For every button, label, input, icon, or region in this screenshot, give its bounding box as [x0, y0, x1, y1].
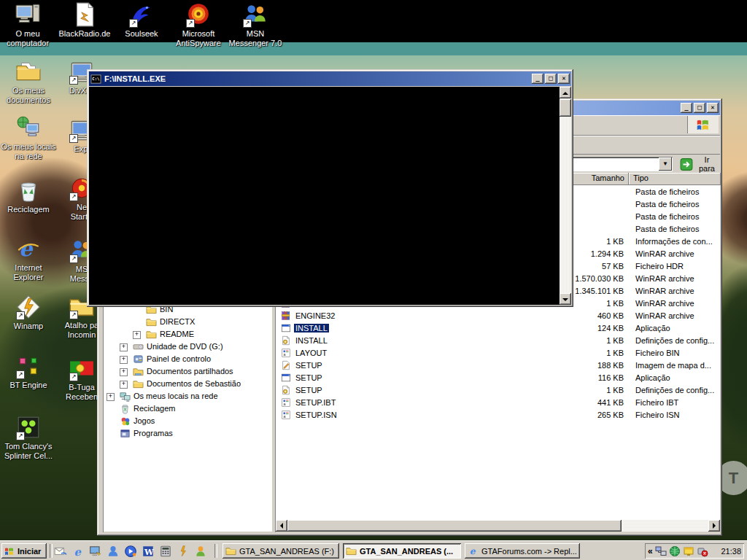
cpanel-icon	[133, 354, 144, 365]
scrollbar-thumb[interactable]	[560, 99, 571, 117]
desktop-icon-os-meus-documentos[interactable]: Os meus documentos	[1, 58, 56, 105]
quick-launch-user-icon[interactable]	[194, 545, 207, 558]
desktop-icon-winamp[interactable]: ↗Winamp	[1, 294, 56, 331]
tree-item-directx[interactable]: DIRECTX	[103, 316, 273, 328]
recycsmall-icon	[120, 403, 131, 414]
desktop-icon-microsoft-antispyware[interactable]: ↗Microsoft AntiSpyware	[171, 1, 226, 48]
tree-item-os-meus-locais-na-rede[interactable]: +Os meus locais na rede	[103, 390, 273, 402]
tray-globe-icon[interactable]	[669, 545, 681, 557]
desktop-icon-blackradio-de[interactable]: BlackRadio.de	[57, 1, 112, 39]
tray-network-icon[interactable]	[655, 545, 667, 557]
horizontal-scrollbar[interactable]	[276, 520, 720, 532]
go-button[interactable]: Ir para	[676, 156, 722, 172]
vertical-scrollbar[interactable]	[560, 87, 571, 305]
tree-item-documentos-de-sebasti-o[interactable]: +Documentos de Sebastião	[103, 378, 273, 390]
file-name[interactable]: SETUP	[294, 373, 324, 382]
desktop-icon-os-meus-locais-na-rede[interactable]: Os meus locais na rede	[1, 114, 56, 161]
tree-item-jogos[interactable]: Jogos	[103, 415, 273, 427]
iesmall-icon: e	[468, 545, 479, 556]
cmd-title: F:\INSTALL.EXE	[101, 74, 530, 83]
quick-launch-outlook-express-icon[interactable]	[54, 545, 67, 558]
desktop-icon-reciclagem[interactable]: Reciclagem	[1, 177, 56, 214]
hide-icons-chevron[interactable]: «	[648, 546, 653, 556]
desktop-icon-label: B-Tuga Receben	[61, 383, 102, 402]
tree-expand-button[interactable]: +	[120, 368, 128, 376]
tree-item-reciclagem[interactable]: Reciclagem	[103, 402, 273, 415]
quick-launch-msn-messenger-icon[interactable]	[107, 545, 120, 558]
file-name[interactable]: SETUP.IBT	[294, 398, 337, 407]
tree-item-programas[interactable]: Programas	[103, 427, 273, 440]
file-row-install[interactable]: INSTALL124 KBAplicação	[275, 322, 721, 335]
tray-security-alert-icon[interactable]	[697, 545, 708, 557]
shortcut-arrow-icon: ↗	[243, 19, 252, 28]
address-dropdown-button[interactable]: ▼	[659, 158, 672, 171]
file-row-install[interactable]: INSTALL1 KBDefinições de config...	[275, 335, 721, 347]
taskbar-task-gta-san-andreas[interactable]: GTA_SAN_ANDREAS (...	[343, 543, 461, 559]
file-name[interactable]: LAYOUT	[294, 349, 328, 357]
quick-launch-calculator-icon[interactable]	[159, 545, 172, 558]
regpage-icon: a	[281, 397, 291, 408]
file-name[interactable]: SETUP	[294, 386, 324, 394]
file-name[interactable]: INSTALL	[294, 336, 329, 345]
desktop-icon-o-meu-computador[interactable]: O meu computador	[0, 1, 55, 48]
tree-expand-button[interactable]: +	[120, 343, 128, 351]
go-arrow-icon	[680, 158, 693, 171]
tree-expand-button[interactable]: +	[107, 393, 115, 401]
file-name[interactable]: SETUP.ISN	[294, 411, 338, 419]
scroll-left-button[interactable]	[276, 520, 287, 532]
desktop-icon-msn-messenger-7-0[interactable]: ↗MSN Messenger 7.0	[228, 1, 283, 48]
scroll-up-button[interactable]	[560, 87, 571, 98]
maximize-button[interactable]: □	[694, 103, 705, 113]
minimize-button[interactable]: _	[681, 103, 692, 113]
docbolt-icon	[71, 1, 98, 28]
file-row-setup[interactable]: SETUP188 KBImagem de mapa d...	[275, 359, 721, 372]
tree-item-readme[interactable]: +README	[103, 328, 273, 341]
quick-launch-media-player-icon[interactable]	[124, 545, 137, 558]
minimize-button[interactable]: _	[532, 74, 543, 84]
quick-launch-winamp-icon[interactable]	[177, 545, 190, 558]
tree-item-documentos-partilhados[interactable]: +Documentos partilhados	[103, 365, 273, 378]
file-type: Ficheiro HDR	[635, 262, 721, 271]
maximize-button[interactable]: □	[545, 74, 557, 84]
file-row-engine32[interactable]: ENGINE32460 KBWinRAR archive	[275, 310, 721, 322]
file-name[interactable]: ENGINE32	[294, 311, 336, 320]
tree-item-unidade-de-dvd-g[interactable]: +Unidade de DVD (G:)	[103, 341, 273, 353]
screen: T O meu computadorBlackRadio.de↗Soulseek…	[0, 0, 747, 560]
ie-icon: e	[15, 236, 42, 262]
quick-launch-word-icon[interactable]: W	[142, 545, 155, 558]
file-row-layout[interactable]: aLAYOUT1 KBFicheiro BIN	[275, 347, 721, 359]
quick-launch-show-desktop-icon[interactable]	[89, 545, 102, 558]
tree-item-painel-de-controlo[interactable]: +Painel de controlo	[103, 353, 273, 365]
taskbar-task-gta-san-andreas-f[interactable]: GTA_SAN_ANDREAS (F:)	[222, 543, 339, 559]
column-header-type[interactable]: Tipo	[629, 173, 721, 185]
msn-icon: ↗	[242, 1, 268, 28]
penpage-icon	[281, 360, 291, 370]
desktop-icon-bt-engine[interactable]: ↗BT Engine	[1, 353, 56, 390]
scroll-right-button[interactable]	[708, 520, 720, 532]
file-name[interactable]: INSTALL	[294, 324, 329, 332]
taskbar-task-gtaforums-com-repl[interactable]: eGTAForums.com -> Repl...	[465, 543, 580, 559]
file-row-setup-isn[interactable]: aSETUP.ISN265 KBFicheiro ISN	[275, 409, 721, 421]
tray-display-icon[interactable]	[683, 545, 694, 557]
close-button[interactable]: ✕	[707, 103, 719, 113]
file-row-setup-ibt[interactable]: aSETUP.IBT441 KBFicheiro IBT	[275, 397, 721, 409]
scrollbar-thumb[interactable]	[287, 520, 622, 532]
cmd-titlebar[interactable]: C:\ F:\INSTALL.EXE _ □ ✕	[89, 71, 571, 86]
desktop-icon-b-tuga-receben[interactable]: ↗B-Tuga Receben	[61, 355, 102, 402]
desktop-icon-soulseek[interactable]: ↗Soulseek	[114, 1, 169, 39]
tree-expand-button[interactable]: +	[133, 331, 141, 339]
file-name[interactable]: SETUP	[294, 361, 324, 370]
windows-flag-icon	[695, 117, 711, 133]
desktop-icon-internet-explorer[interactable]: eInternet Explorer	[1, 236, 56, 282]
close-button[interactable]: ✕	[558, 74, 570, 84]
desktop-icon-tom-clancy-s-splinter-cel[interactable]: ↗Tom Clancy's Splinter Cel...	[1, 414, 56, 461]
tree-expand-button[interactable]: +	[120, 356, 128, 364]
folder-icon	[346, 545, 357, 556]
scroll-down-button[interactable]	[560, 293, 571, 305]
tree-expand-button[interactable]: +	[120, 381, 128, 389]
file-row-setup[interactable]: SETUP1 KBDefinições de config...	[275, 384, 721, 397]
file-type: Imagem de mapa d...	[635, 361, 721, 370]
file-row-setup[interactable]: SETUP116 KBAplicação	[275, 372, 721, 384]
quick-launch-internet-explorer-icon[interactable]: e	[71, 545, 85, 558]
start-button[interactable]: Iniciar	[1, 543, 47, 559]
